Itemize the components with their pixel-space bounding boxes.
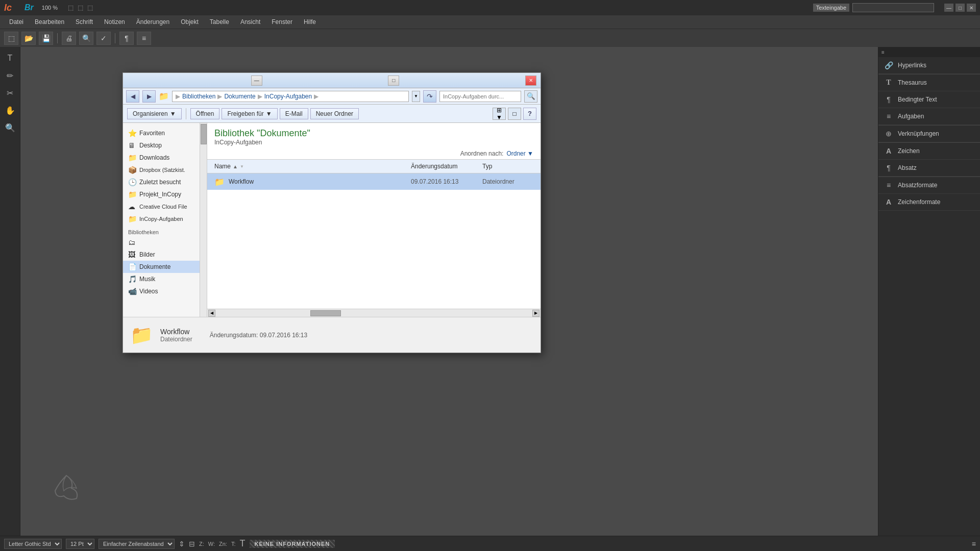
view-mode-button[interactable]: ⊞ ▼ xyxy=(493,108,506,120)
sidebar-item-downloads[interactable]: 📁 Downloads xyxy=(123,152,207,164)
nav-back-button[interactable]: ◀ xyxy=(126,90,139,103)
menu-änderungen[interactable]: Änderungen xyxy=(131,17,175,27)
font-dropdown[interactable]: Letter Gothic Std xyxy=(4,539,62,549)
align-button[interactable]: ≡ xyxy=(137,32,151,45)
dialog-minimize-button[interactable]: — xyxy=(251,76,262,86)
path-dokumente[interactable]: Dokumente xyxy=(224,93,255,100)
panel-hyperlinks[interactable]: 🔗 Hyperlinks xyxy=(878,57,980,74)
sidebar-item-desktop[interactable]: 🖥 Desktop xyxy=(123,139,207,152)
menu-schrift[interactable]: Schrift xyxy=(70,17,98,27)
share-button[interactable]: Freigeben für ▼ xyxy=(222,108,277,119)
menu-objekt[interactable]: Objekt xyxy=(176,17,204,27)
path-bibliotheken[interactable]: Bibliotheken xyxy=(182,93,215,100)
spacing-dropdown[interactable]: Einfacher Zeilenabstand xyxy=(99,539,175,549)
sidebar-item-bilder[interactable]: 🖼 Bilder xyxy=(123,248,207,261)
sidebar-item-musik[interactable]: 🎵 Musik xyxy=(123,273,207,285)
dialog-search-button[interactable]: 🔍 xyxy=(524,90,537,103)
tool-hand[interactable]: ✋ xyxy=(3,103,17,117)
titlebar-search[interactable]: Texteingabe xyxy=(813,3,934,12)
open-file-button[interactable]: Öffnen xyxy=(190,108,220,119)
menu-fenster[interactable]: Fenster xyxy=(266,17,298,27)
save-button[interactable]: 💾 xyxy=(39,32,53,45)
preview-button[interactable]: □ xyxy=(508,108,521,120)
panel-conditional-text[interactable]: ¶ Bedingter Text xyxy=(878,91,980,108)
panel-thesaurus[interactable]: T Thesaurus xyxy=(878,74,980,91)
panel-zeichen[interactable]: A Zeichen xyxy=(878,143,980,160)
spacing-icon: ⇕ xyxy=(179,540,185,548)
info-details: Workflow Dateiordner xyxy=(160,328,192,343)
col-name-header[interactable]: Name ▲ ▼ xyxy=(214,163,411,170)
help-button[interactable]: ? xyxy=(523,108,536,120)
address-path[interactable]: ▶ Bibliotheken ▶ Dokumente ▶ InCopy-Aufg… xyxy=(172,91,409,102)
search-mode-dropdown[interactable]: Texteingabe xyxy=(813,4,849,12)
scroll-left-button[interactable]: ◀ xyxy=(208,310,215,317)
panel-absatzformate[interactable]: ≡ Absatzformate xyxy=(878,177,980,194)
tool-pen[interactable]: ✏ xyxy=(3,68,17,83)
thesaurus-icon: T xyxy=(884,79,894,87)
dialog-toolbar: Organisieren ▼ Öffnen Freigeben für ▼ E-… xyxy=(123,105,541,123)
sidebar-scroll-thumb[interactable] xyxy=(201,124,207,144)
sidebar-item-dropbox[interactable]: 📦 Dropbox (Satzkist. xyxy=(123,164,207,176)
dialog-maximize-button[interactable]: □ xyxy=(388,76,399,86)
tool-zoom[interactable]: 🔍 xyxy=(3,120,17,135)
maximize-button[interactable]: □ xyxy=(955,4,965,12)
sort-value[interactable]: Ordner ▼ xyxy=(506,150,533,157)
info-date: Änderungsdatum: 09.07.2016 16:13 xyxy=(210,332,308,339)
close-button[interactable]: ✕ xyxy=(967,4,976,12)
sidebar-item-projekt[interactable]: 📁 Projekt_InCopy xyxy=(123,188,207,201)
path-incopy[interactable]: InCopy-Aufgaben xyxy=(264,93,312,100)
sidebar-item-dokumente[interactable]: 📄 Dokumente xyxy=(123,261,207,273)
horizontal-scrollbar[interactable]: ◀ ▶ xyxy=(207,309,541,317)
new-folder-button[interactable]: Neuer Ordner xyxy=(310,108,359,119)
menu-notizen[interactable]: Notizen xyxy=(99,17,130,27)
right-panel: ≡ 🔗 Hyperlinks T Thesaurus ¶ Bedingter T… xyxy=(878,47,980,536)
email-button[interactable]: E-Mail xyxy=(280,108,308,119)
minimize-button[interactable]: — xyxy=(944,4,953,12)
t-label: T: xyxy=(231,541,236,547)
scroll-track[interactable] xyxy=(215,310,532,317)
panel-absatz[interactable]: ¶ Absatz xyxy=(878,160,980,177)
menu-hilfe[interactable]: Hilfe xyxy=(299,17,321,27)
menu-bearbeiten[interactable]: Bearbeiten xyxy=(30,17,69,27)
menu-datei[interactable]: Datei xyxy=(4,17,29,27)
col-date-header[interactable]: Änderungsdatum xyxy=(411,163,482,170)
search-button[interactable]: 🔍 xyxy=(79,32,93,45)
menu-tabelle[interactable]: Tabelle xyxy=(205,17,234,27)
text-icon: T xyxy=(240,538,246,549)
sidebar-item-creative-cloud[interactable]: ☁ Creative Cloud File xyxy=(123,201,207,213)
panel-verknüpfungen[interactable]: ⊕ Verknüpfungen xyxy=(878,126,980,142)
nav-forward-button[interactable]: ▶ xyxy=(142,90,156,103)
dialog-search-input[interactable] xyxy=(439,91,521,102)
sidebar-item-recent[interactable]: 🕒 Zuletzt besucht xyxy=(123,176,207,188)
sidebar-item-videos[interactable]: 📹 Videos xyxy=(123,285,207,297)
new-button[interactable]: ⬚ xyxy=(4,32,18,45)
sidebar-item-incopy-aufgaben[interactable]: 📁 InCopy-Aufgaben xyxy=(123,213,207,225)
info-name: Workflow xyxy=(160,328,192,336)
organise-button[interactable]: Organisieren ▼ xyxy=(127,108,182,119)
panel-zeichenformate[interactable]: A Zeichenformate xyxy=(878,194,980,211)
file-row[interactable]: 📁 Workflow 09.07.2016 16:13 Dateiordner xyxy=(207,173,541,190)
tool-scissors[interactable]: ✂ xyxy=(3,86,17,100)
menu-ansicht[interactable]: Ansicht xyxy=(235,17,265,27)
open-button[interactable]: 📂 xyxy=(21,32,36,45)
scroll-right-button[interactable]: ▶ xyxy=(532,310,540,317)
dialog-close-button[interactable]: ✕ xyxy=(525,76,536,86)
size-dropdown[interactable]: 12 Pt xyxy=(66,539,94,549)
dokumente-icon: 📄 xyxy=(128,263,136,271)
paragraph-button[interactable]: ¶ xyxy=(119,32,134,45)
search-input[interactable] xyxy=(852,3,934,12)
sidebar-scrollbar[interactable] xyxy=(200,123,207,317)
app-logo: Ic xyxy=(4,3,18,13)
col-type-header[interactable]: Typ xyxy=(482,163,533,170)
toolbar: ⬚ 📂 💾 🖨 🔍 ✓ ¶ ≡ xyxy=(0,29,980,47)
recent-icon: 🕒 xyxy=(128,178,136,186)
path-dropdown[interactable]: ▼ xyxy=(412,91,420,102)
panel-aufgaben[interactable]: ≡ Aufgaben xyxy=(878,108,980,125)
sidebar-item-libraries-root[interactable]: 🗂 xyxy=(123,236,207,248)
dropbox-icon: 📦 xyxy=(128,166,136,174)
spellcheck-button[interactable]: ✓ xyxy=(96,32,111,45)
scroll-thumb[interactable] xyxy=(310,310,341,316)
print-button[interactable]: 🖨 xyxy=(62,32,76,45)
navigate-go-button[interactable]: ↷ xyxy=(423,90,436,103)
tool-text[interactable]: T xyxy=(3,51,17,65)
